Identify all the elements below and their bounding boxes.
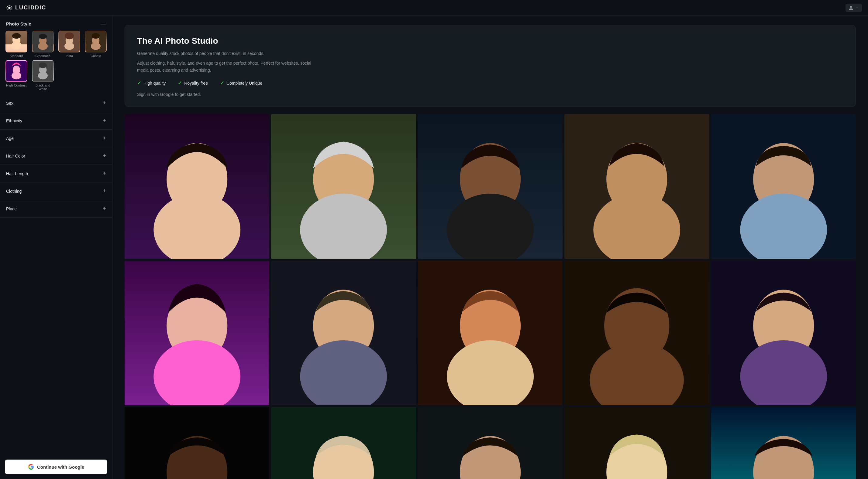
- photo-face-6: [125, 261, 269, 405]
- svg-point-4: [12, 33, 20, 39]
- user-icon: [848, 5, 854, 10]
- photo-cell-7: [271, 261, 416, 405]
- expand-age-icon: +: [103, 135, 106, 141]
- expand-place-icon: +: [103, 206, 106, 212]
- style-thumb-standard: [5, 31, 27, 53]
- feature-unique-label: Completely Unique: [226, 81, 262, 85]
- section-label-hair-length: Hair Length: [6, 171, 28, 176]
- photo-cell-11: [125, 407, 269, 479]
- style-standard[interactable]: Standard: [4, 31, 28, 58]
- hero-desc-1: Generate quality stock photos of people …: [137, 50, 313, 57]
- photo-face-11: [125, 407, 269, 479]
- continue-with-google-button[interactable]: Continue with Google: [5, 459, 107, 474]
- feature-quality-label: High quality: [144, 81, 166, 85]
- expand-ethnicity-icon: +: [103, 117, 106, 124]
- style-cinematic[interactable]: Cinematic: [31, 31, 55, 58]
- photo-face-7: [271, 261, 416, 405]
- logo: LUCIDDIC: [6, 5, 46, 11]
- hero-title: The AI Photo Studio: [137, 36, 843, 46]
- style-label-standard: Standard: [9, 54, 23, 58]
- sidebar-section-hair-color[interactable]: Hair Color +: [0, 147, 112, 165]
- svg-point-23: [39, 63, 47, 68]
- photo-cell-8: [418, 261, 563, 405]
- sidebar-section-sex[interactable]: Sex +: [0, 94, 112, 112]
- section-label-place: Place: [6, 206, 17, 211]
- style-label-cinematic: Cinematic: [35, 54, 50, 58]
- photo-face-2: [271, 114, 416, 259]
- style-thumb-high-contrast: [5, 60, 27, 82]
- sidebar-section-age[interactable]: Age +: [0, 130, 112, 147]
- photo-cell-1: [125, 114, 269, 259]
- svg-point-16: [92, 33, 100, 39]
- logo-icon: [6, 5, 13, 11]
- check-quality-icon: ✓: [137, 80, 141, 86]
- style-high-contrast[interactable]: High Contrast: [4, 60, 28, 91]
- photo-face-4: [564, 114, 709, 259]
- style-label-high-contrast: High Contrast: [6, 83, 26, 87]
- expand-sex-icon: +: [103, 100, 106, 106]
- style-thumb-candid: [85, 31, 107, 53]
- svg-point-3: [11, 42, 22, 49]
- sidebar-section-ethnicity[interactable]: Ethnicity +: [0, 112, 112, 130]
- sidebar: Photo Style — Standard: [0, 16, 113, 479]
- photo-face-3: [418, 114, 563, 259]
- photo-face-14: [564, 407, 709, 479]
- expand-hair-length-icon: +: [103, 170, 106, 177]
- photo-cell-15: [711, 407, 856, 479]
- hero-desc-2: Adjust clothing, hair, style, and even a…: [137, 60, 313, 73]
- photo-cell-2: [271, 114, 416, 259]
- photo-style-title: Photo Style: [6, 21, 31, 26]
- face-svg-insta: [59, 31, 80, 53]
- photo-cell-12: [271, 407, 416, 479]
- face-svg-standard: [6, 31, 27, 53]
- svg-point-11: [64, 42, 74, 50]
- app-name: LUCIDDIC: [15, 5, 46, 11]
- photo-cell-4: [564, 114, 709, 259]
- photo-cell-6: [125, 261, 269, 405]
- check-royalty-icon: ✓: [178, 80, 182, 86]
- svg-point-7: [38, 42, 48, 50]
- photo-face-5: [711, 114, 856, 259]
- style-thumb-cinematic: [32, 31, 54, 53]
- photo-style-header: Photo Style —: [0, 16, 112, 31]
- style-thumb-bw: [32, 60, 54, 82]
- style-candid[interactable]: Candid: [84, 31, 108, 58]
- sidebar-section-hair-length[interactable]: Hair Length +: [0, 165, 112, 182]
- expand-hair-color-icon: +: [103, 153, 106, 159]
- style-bw[interactable]: Black and White: [31, 60, 55, 91]
- user-menu[interactable]: [845, 4, 862, 12]
- google-logo-icon: [28, 464, 34, 470]
- chevron-down-icon: [855, 6, 859, 10]
- topbar: LUCIDDIC: [0, 0, 868, 16]
- sidebar-section-clothing[interactable]: Clothing +: [0, 182, 112, 200]
- style-thumb-insta: [58, 31, 80, 53]
- style-label-insta: Insta: [66, 54, 73, 58]
- photo-face-10: [711, 261, 856, 405]
- feature-royalty-free: ✓ Royality free: [178, 80, 208, 86]
- face-svg-bw: [33, 60, 53, 82]
- photo-face-13: [418, 407, 563, 479]
- style-label-candid: Candid: [91, 54, 101, 58]
- svg-point-8: [39, 34, 47, 39]
- photo-styles-grid: Standard Cinematic: [0, 31, 112, 94]
- expand-clothing-icon: +: [103, 188, 106, 194]
- section-label-ethnicity: Ethnicity: [6, 118, 22, 123]
- collapse-icon[interactable]: —: [101, 21, 106, 27]
- sidebar-section-place[interactable]: Place +: [0, 200, 112, 218]
- svg-point-15: [91, 42, 101, 50]
- features-row: ✓ High quality ✓ Royality free ✓ Complet…: [137, 80, 843, 86]
- photo-cell-14: [564, 407, 709, 479]
- face-svg-cinematic: [33, 31, 53, 53]
- signin-prompt: Sign in with Google to get started.: [137, 92, 843, 97]
- photo-face-12: [271, 407, 416, 479]
- google-btn-label: Continue with Google: [37, 465, 84, 470]
- style-insta[interactable]: Insta: [57, 31, 82, 58]
- sidebar-sections: Sex + Ethnicity + Age + Hair Color + Hai…: [0, 94, 112, 455]
- style-label-bw: Black and White: [31, 83, 55, 91]
- photo-grid: [125, 114, 856, 479]
- check-unique-icon: ✓: [220, 80, 224, 86]
- photo-cell-5: [711, 114, 856, 259]
- photo-cell-3: [418, 114, 563, 259]
- section-label-sex: Sex: [6, 101, 13, 106]
- photo-face-15: [711, 407, 856, 479]
